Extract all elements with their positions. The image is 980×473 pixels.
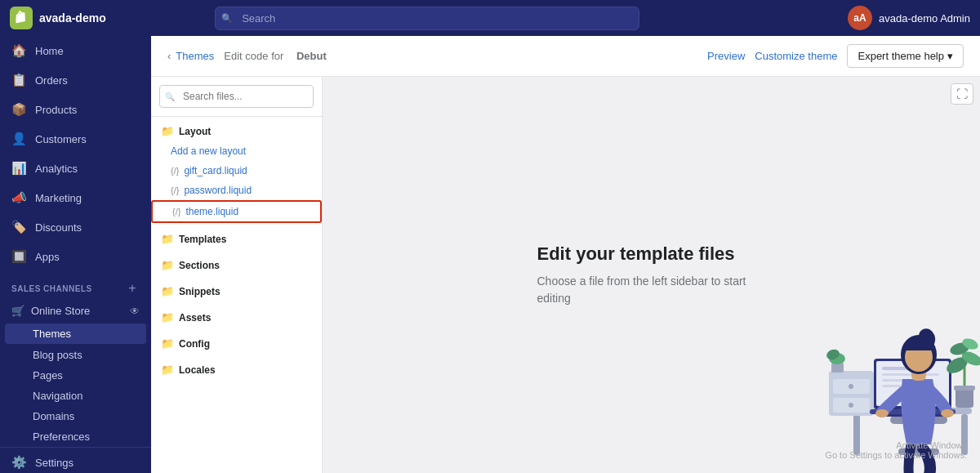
settings-label: Settings bbox=[35, 457, 74, 469]
discounts-icon: 🏷️ bbox=[11, 220, 27, 234]
liquid-file-icon3: {/} bbox=[172, 207, 180, 216]
sidebar-nav-discounts[interactable]: 🏷️ Discounts bbox=[0, 212, 151, 242]
breadcrumb-themes-link[interactable]: Themes bbox=[176, 50, 214, 62]
locales-group-header: 📁 Locales bbox=[151, 357, 322, 380]
topbar-right: aA avada-demo Admin bbox=[848, 6, 970, 30]
brand[interactable]: avada-demo bbox=[10, 7, 106, 29]
svg-rect-29 bbox=[954, 386, 975, 390]
file-group-assets: 📁 Assets bbox=[151, 303, 322, 329]
config-group-header: 📁 Config bbox=[151, 331, 322, 354]
folder-icon-sections: 📁 bbox=[161, 259, 174, 271]
sidebar-sub-themes[interactable]: Themes bbox=[5, 324, 146, 344]
products-icon: 📦 bbox=[11, 102, 27, 117]
sidebar-label-apps: Apps bbox=[35, 251, 60, 263]
welcome-card: Edit your template files Choose a file f… bbox=[521, 227, 782, 324]
add-layout-item[interactable]: Add a new layout bbox=[151, 141, 322, 161]
welcome-subtitle: Choose a file from the left sidebar to s… bbox=[537, 273, 766, 307]
editor-layout: 📁 Layout Add a new layout {/} gift_card.… bbox=[151, 77, 980, 473]
sidebar-sub-domains[interactable]: Domains bbox=[0, 406, 151, 426]
search-bar bbox=[215, 7, 639, 30]
sidebar-label-analytics: Analytics bbox=[35, 163, 78, 175]
layout-group-header: 📁 Layout bbox=[151, 118, 322, 141]
sidebar-label-orders: Orders bbox=[35, 74, 68, 87]
folder-icon-snippets: 📁 bbox=[161, 285, 174, 297]
online-store-label: Online Store bbox=[31, 305, 90, 317]
file-item-password[interactable]: {/} password.liquid bbox=[151, 181, 322, 200]
apps-icon: 🔲 bbox=[11, 249, 27, 264]
analytics-icon: 📊 bbox=[11, 161, 27, 176]
svg-point-11 bbox=[849, 403, 853, 408]
breadcrumb-prefix: Edit code for bbox=[224, 50, 283, 62]
sidebar-sub-preferences[interactable]: Preferences bbox=[0, 426, 151, 447]
sidebar-label-customers: Customers bbox=[35, 133, 87, 145]
brand-name: avada-demo bbox=[39, 11, 106, 25]
sidebar-nav-settings[interactable]: ⚙️ Settings bbox=[0, 448, 151, 473]
online-store-icon: 🛒 bbox=[11, 305, 24, 317]
sidebar-label-discounts: Discounts bbox=[35, 221, 82, 234]
file-group-layout: 📁 Layout Add a new layout {/} gift_card.… bbox=[151, 117, 322, 225]
sidebar: 🏠 Home 📋 Orders 📦 Products 👤 Customers 📊… bbox=[0, 36, 151, 473]
sidebar-nav-apps[interactable]: 🔲 Apps bbox=[0, 242, 151, 271]
snippets-group-header: 📁 Snippets bbox=[151, 279, 322, 301]
welcome-title: Edit your template files bbox=[537, 243, 766, 265]
folder-icon-locales: 📁 bbox=[161, 364, 174, 376]
subheader-actions: Preview Customize theme Expert theme hel… bbox=[707, 44, 964, 68]
file-item-theme-liquid[interactable]: {/} theme.liquid bbox=[151, 200, 322, 223]
sidebar-nav-home[interactable]: 🏠 Home bbox=[0, 36, 151, 65]
folder-icon: 📁 bbox=[161, 125, 174, 137]
file-group-sections: 📁 Sections bbox=[151, 251, 322, 277]
expand-button[interactable]: ⛶ bbox=[951, 83, 973, 105]
file-search-input[interactable] bbox=[159, 85, 314, 108]
editor-main: ⛶ Edit your template files Choose a file… bbox=[323, 77, 980, 473]
liquid-file-icon2: {/} bbox=[171, 185, 179, 195]
expert-theme-help-button[interactable]: Expert theme help ▾ bbox=[847, 44, 964, 68]
sidebar-sub-navigation[interactable]: Navigation bbox=[0, 386, 151, 406]
breadcrumb: ‹ Themes Edit code for Debut bbox=[167, 50, 327, 62]
shopify-icon bbox=[10, 7, 33, 29]
sidebar-label-products: Products bbox=[35, 104, 77, 116]
avatar: aA bbox=[848, 6, 872, 30]
preview-button[interactable]: Preview bbox=[707, 50, 745, 62]
sidebar-channel-online-store[interactable]: 🛒 Online Store 👁 bbox=[0, 299, 151, 323]
sidebar-nav-analytics[interactable]: 📊 Analytics bbox=[0, 154, 151, 183]
add-channel-button[interactable]: + bbox=[125, 281, 140, 296]
sidebar-nav-customers[interactable]: 👤 Customers bbox=[0, 124, 151, 154]
svg-rect-15 bbox=[882, 373, 939, 376]
breadcrumb-title: Debut bbox=[296, 50, 327, 62]
eye-icon: 👁 bbox=[130, 306, 140, 317]
sidebar-nav-orders[interactable]: 📋 Orders bbox=[0, 65, 151, 95]
settings-icon: ⚙️ bbox=[11, 455, 27, 470]
sidebar-label-marketing: Marketing bbox=[35, 192, 82, 204]
breadcrumb-back-arrow: ‹ bbox=[167, 50, 171, 62]
username-label: avada-demo Admin bbox=[879, 12, 970, 25]
sub-header: ‹ Themes Edit code for Debut Preview Cus… bbox=[151, 36, 980, 77]
search-input[interactable] bbox=[215, 7, 639, 30]
customize-theme-button[interactable]: Customize theme bbox=[755, 50, 837, 62]
sidebar-nav-marketing[interactable]: 📣 Marketing bbox=[0, 183, 151, 212]
customers-icon: 👤 bbox=[11, 132, 27, 146]
svg-point-23 bbox=[941, 409, 954, 417]
orders-icon: 📋 bbox=[11, 73, 27, 87]
templates-group-header: 📁 Templates bbox=[151, 226, 322, 249]
topbar: avada-demo aA avada-demo Admin bbox=[0, 0, 980, 36]
folder-icon-templates: 📁 bbox=[161, 233, 174, 245]
file-group-snippets: 📁 Snippets bbox=[151, 277, 322, 303]
svg-point-22 bbox=[875, 409, 889, 417]
file-panel: 📁 Layout Add a new layout {/} gift_card.… bbox=[151, 77, 323, 473]
sales-channels-header: SALES CHANNELS + bbox=[0, 271, 151, 299]
marketing-icon: 📣 bbox=[11, 190, 27, 205]
file-group-locales: 📁 Locales bbox=[151, 355, 322, 382]
chevron-down-icon: ▾ bbox=[947, 50, 953, 62]
file-group-templates: 📁 Templates bbox=[151, 225, 322, 251]
main-layout: 🏠 Home 📋 Orders 📦 Products 👤 Customers 📊… bbox=[0, 36, 980, 473]
assets-group-header: 📁 Assets bbox=[151, 305, 322, 328]
file-item-gift-card[interactable]: {/} gift_card.liquid bbox=[151, 161, 322, 181]
sidebar-nav-products[interactable]: 📦 Products bbox=[0, 95, 151, 124]
sidebar-sub-blog-posts[interactable]: Blog posts bbox=[0, 345, 151, 365]
liquid-file-icon: {/} bbox=[171, 166, 179, 176]
sections-group-header: 📁 Sections bbox=[151, 252, 322, 275]
folder-icon-assets: 📁 bbox=[161, 311, 174, 324]
sidebar-label-home: Home bbox=[35, 45, 64, 57]
settings-section: ⚙️ Settings bbox=[0, 447, 151, 473]
sidebar-sub-pages[interactable]: Pages bbox=[0, 365, 151, 386]
